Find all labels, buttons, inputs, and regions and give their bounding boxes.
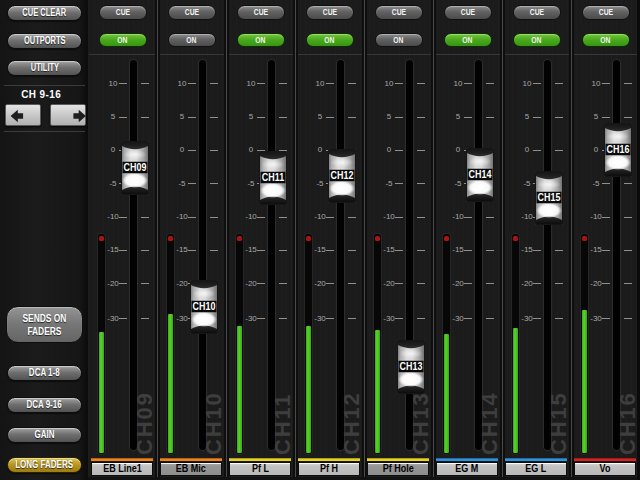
svg-text:CH16: CH16 [606,143,629,155]
svg-text:CH12: CH12 [330,169,353,181]
svg-text:CH15: CH15 [537,191,560,203]
svg-text:CH13: CH13 [399,360,422,372]
svg-text:CH11: CH11 [261,171,284,183]
svg-text:CH09: CH09 [123,161,146,173]
svg-text:CH14: CH14 [468,168,491,180]
svg-text:CH10: CH10 [192,300,215,312]
